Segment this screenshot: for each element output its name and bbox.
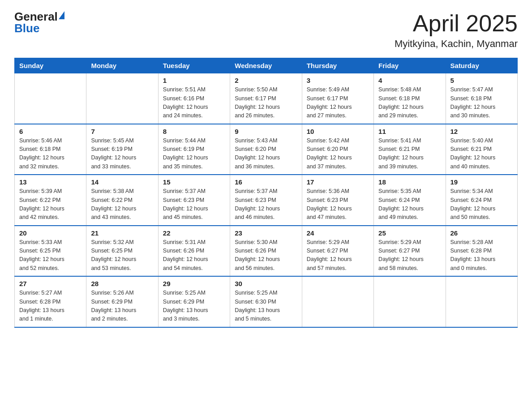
day-number: 16 — [235, 178, 297, 186]
day-number: 17 — [307, 178, 369, 186]
calendar-cell: 8Sunrise: 5:44 AMSunset: 6:19 PMDaylight… — [158, 124, 230, 175]
day-number: 4 — [378, 77, 441, 84]
calendar-week-row: 6Sunrise: 5:46 AMSunset: 6:18 PMDaylight… — [15, 124, 518, 175]
calendar-cell: 12Sunrise: 5:40 AMSunset: 6:21 PMDayligh… — [446, 124, 517, 175]
day-number: 12 — [450, 128, 513, 135]
weekday-header-friday: Friday — [374, 58, 446, 73]
day-info: Sunrise: 5:42 AMSunset: 6:20 PMDaylight:… — [307, 137, 369, 171]
day-number: 14 — [91, 178, 153, 186]
day-number: 10 — [307, 128, 369, 135]
calendar-cell: 6Sunrise: 5:46 AMSunset: 6:18 PMDaylight… — [15, 124, 86, 175]
day-number: 30 — [235, 280, 297, 287]
calendar-cell: 11Sunrise: 5:41 AMSunset: 6:21 PMDayligh… — [374, 124, 446, 175]
calendar-cell: 13Sunrise: 5:39 AMSunset: 6:22 PMDayligh… — [15, 175, 86, 226]
calendar-subtitle: Myitkyina, Kachin, Myanmar — [395, 38, 518, 50]
weekday-header-monday: Monday — [86, 58, 158, 73]
day-number: 3 — [307, 77, 369, 84]
day-info: Sunrise: 5:26 AMSunset: 6:29 PMDaylight:… — [91, 289, 153, 324]
calendar-cell: 17Sunrise: 5:36 AMSunset: 6:23 PMDayligh… — [302, 175, 373, 226]
calendar-cell: 20Sunrise: 5:33 AMSunset: 6:25 PMDayligh… — [15, 226, 86, 277]
calendar-cell: 7Sunrise: 5:45 AMSunset: 6:19 PMDaylight… — [86, 124, 158, 175]
day-info: Sunrise: 5:45 AMSunset: 6:19 PMDaylight:… — [91, 137, 153, 171]
calendar-cell: 16Sunrise: 5:37 AMSunset: 6:23 PMDayligh… — [230, 175, 302, 226]
calendar-cell — [446, 276, 517, 327]
day-info: Sunrise: 5:25 AMSunset: 6:30 PMDaylight:… — [235, 289, 297, 324]
day-number: 1 — [163, 77, 225, 84]
weekday-header-sunday: Sunday — [15, 58, 86, 73]
weekday-header-saturday: Saturday — [446, 58, 517, 73]
calendar-week-row: 27Sunrise: 5:27 AMSunset: 6:28 PMDayligh… — [15, 276, 518, 327]
day-number: 9 — [235, 128, 297, 135]
calendar-cell: 22Sunrise: 5:31 AMSunset: 6:26 PMDayligh… — [158, 226, 230, 277]
calendar-cell: 2Sunrise: 5:50 AMSunset: 6:17 PMDaylight… — [230, 73, 302, 124]
day-number: 2 — [235, 77, 297, 84]
day-info: Sunrise: 5:36 AMSunset: 6:23 PMDaylight:… — [307, 187, 369, 222]
day-number: 8 — [163, 128, 225, 135]
day-info: Sunrise: 5:25 AMSunset: 6:29 PMDaylight:… — [163, 289, 225, 324]
calendar-table: SundayMondayTuesdayWednesdayThursdayFrid… — [14, 58, 518, 328]
day-info: Sunrise: 5:46 AMSunset: 6:18 PMDaylight:… — [19, 137, 82, 171]
logo-general-text: General — [14, 11, 58, 22]
logo-blue-text: Blue — [14, 22, 39, 34]
calendar-week-row: 1Sunrise: 5:51 AMSunset: 6:16 PMDaylight… — [15, 73, 518, 124]
day-info: Sunrise: 5:34 AMSunset: 6:24 PMDaylight:… — [450, 187, 513, 222]
day-info: Sunrise: 5:50 AMSunset: 6:17 PMDaylight:… — [235, 86, 297, 120]
day-info: Sunrise: 5:29 AMSunset: 6:27 PMDaylight:… — [307, 238, 369, 273]
calendar-cell: 4Sunrise: 5:48 AMSunset: 6:18 PMDaylight… — [374, 73, 446, 124]
weekday-header-thursday: Thursday — [302, 58, 373, 73]
day-number: 11 — [378, 128, 441, 135]
day-number: 19 — [450, 178, 513, 186]
calendar-cell: 21Sunrise: 5:32 AMSunset: 6:25 PMDayligh… — [86, 226, 158, 277]
day-number: 27 — [19, 280, 82, 287]
calendar-cell — [86, 73, 158, 124]
day-number: 23 — [235, 229, 297, 237]
day-number: 28 — [91, 280, 153, 287]
calendar-cell: 1Sunrise: 5:51 AMSunset: 6:16 PMDaylight… — [158, 73, 230, 124]
day-info: Sunrise: 5:37 AMSunset: 6:23 PMDaylight:… — [235, 187, 297, 222]
day-info: Sunrise: 5:51 AMSunset: 6:16 PMDaylight:… — [163, 86, 225, 120]
calendar-cell: 5Sunrise: 5:47 AMSunset: 6:18 PMDaylight… — [446, 73, 517, 124]
day-number: 18 — [378, 178, 441, 186]
page-header: General Blue April 2025 Myitkyina, Kachi… — [14, 11, 518, 50]
calendar-cell: 3Sunrise: 5:49 AMSunset: 6:17 PMDaylight… — [302, 73, 373, 124]
day-info: Sunrise: 5:38 AMSunset: 6:22 PMDaylight:… — [91, 187, 153, 222]
day-info: Sunrise: 5:27 AMSunset: 6:28 PMDaylight:… — [19, 289, 82, 324]
calendar-cell: 26Sunrise: 5:28 AMSunset: 6:28 PMDayligh… — [446, 226, 517, 277]
calendar-cell — [302, 276, 373, 327]
day-number: 13 — [19, 178, 82, 186]
day-info: Sunrise: 5:49 AMSunset: 6:17 PMDaylight:… — [307, 86, 369, 120]
weekday-header-row: SundayMondayTuesdayWednesdayThursdayFrid… — [15, 58, 518, 73]
day-number: 24 — [307, 229, 369, 237]
calendar-header: SundayMondayTuesdayWednesdayThursdayFrid… — [15, 58, 518, 73]
title-area: April 2025 Myitkyina, Kachin, Myanmar — [395, 11, 518, 50]
calendar-cell — [374, 276, 446, 327]
day-info: Sunrise: 5:31 AMSunset: 6:26 PMDaylight:… — [163, 238, 225, 273]
day-number: 5 — [450, 77, 513, 84]
calendar-cell: 30Sunrise: 5:25 AMSunset: 6:30 PMDayligh… — [230, 276, 302, 327]
calendar-cell: 14Sunrise: 5:38 AMSunset: 6:22 PMDayligh… — [86, 175, 158, 226]
day-info: Sunrise: 5:32 AMSunset: 6:25 PMDaylight:… — [91, 238, 153, 273]
weekday-header-tuesday: Tuesday — [158, 58, 230, 73]
calendar-week-row: 13Sunrise: 5:39 AMSunset: 6:22 PMDayligh… — [15, 175, 518, 226]
day-number: 15 — [163, 178, 225, 186]
day-info: Sunrise: 5:29 AMSunset: 6:27 PMDaylight:… — [378, 238, 441, 273]
day-number: 20 — [19, 229, 82, 237]
calendar-cell — [15, 73, 86, 124]
day-number: 29 — [163, 280, 225, 287]
calendar-body: 1Sunrise: 5:51 AMSunset: 6:16 PMDaylight… — [15, 73, 518, 327]
calendar-cell: 25Sunrise: 5:29 AMSunset: 6:27 PMDayligh… — [374, 226, 446, 277]
logo: General Blue — [14, 11, 64, 34]
day-info: Sunrise: 5:30 AMSunset: 6:26 PMDaylight:… — [235, 238, 297, 273]
calendar-cell: 28Sunrise: 5:26 AMSunset: 6:29 PMDayligh… — [86, 276, 158, 327]
day-number: 6 — [19, 128, 82, 135]
day-number: 25 — [378, 229, 441, 237]
day-info: Sunrise: 5:35 AMSunset: 6:24 PMDaylight:… — [378, 187, 441, 222]
calendar-cell: 9Sunrise: 5:43 AMSunset: 6:20 PMDaylight… — [230, 124, 302, 175]
day-info: Sunrise: 5:48 AMSunset: 6:18 PMDaylight:… — [378, 86, 441, 120]
calendar-week-row: 20Sunrise: 5:33 AMSunset: 6:25 PMDayligh… — [15, 226, 518, 277]
calendar-cell: 23Sunrise: 5:30 AMSunset: 6:26 PMDayligh… — [230, 226, 302, 277]
day-number: 21 — [91, 229, 153, 237]
day-info: Sunrise: 5:33 AMSunset: 6:25 PMDaylight:… — [19, 238, 82, 273]
day-info: Sunrise: 5:41 AMSunset: 6:21 PMDaylight:… — [378, 137, 441, 171]
calendar-cell: 29Sunrise: 5:25 AMSunset: 6:29 PMDayligh… — [158, 276, 230, 327]
